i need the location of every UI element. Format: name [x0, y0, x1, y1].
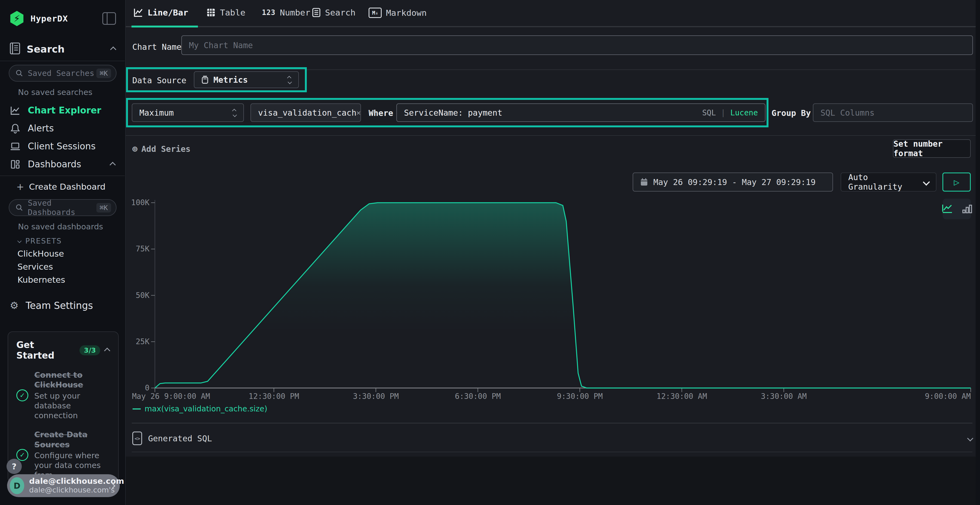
brand-name: HyperDX [30, 14, 68, 24]
avatar: D [10, 477, 24, 494]
sidebar-item-team-settings[interactable]: ⚙ Team Settings [10, 300, 93, 311]
number-123-icon: 123 [262, 8, 275, 17]
kbd-shortcut: ⌘K [96, 68, 111, 78]
kbd-shortcut: ⌘K [96, 203, 111, 213]
sidebar-item-client-sessions[interactable]: Client Sessions [10, 141, 95, 152]
get-started-badge: 3/3 [80, 345, 100, 355]
check-circle-icon: ✓ [16, 389, 28, 401]
line-chart-icon [134, 8, 143, 17]
preset-services[interactable]: Services [18, 262, 53, 272]
search-icon [15, 69, 24, 77]
sidebar-item-label: Alerts [28, 123, 54, 133]
calendar-icon [640, 178, 648, 186]
tab-number[interactable]: 123 Number [262, 8, 310, 17]
sidebar: ⚡ HyperDX Search Saved Searches ⌘K No sa… [0, 0, 126, 505]
scrollbar-track[interactable] [976, 0, 980, 505]
group-by-input[interactable]: SQL Columns [813, 103, 973, 122]
chevron-up-icon[interactable] [110, 46, 116, 53]
data-source-select[interactable]: Metrics [194, 71, 299, 88]
select-chevrons-icon [288, 76, 291, 84]
get-started-item[interactable]: ✓ Connect to ClickHouse Set up your data… [16, 370, 110, 420]
chart-plot[interactable] [148, 200, 976, 394]
no-saved-dashboards-note: No saved dashboards [18, 222, 103, 231]
group-by-label: Group By [772, 108, 811, 118]
get-started-item[interactable]: ✓ Create Data Sources Configure where yo… [16, 430, 110, 480]
tab-line-bar[interactable]: Line/Bar [134, 8, 188, 17]
where-label: Where [369, 108, 393, 118]
create-dashboard-button[interactable]: + Create Dashboard [16, 181, 106, 192]
add-series-button[interactable]: ⊕ Add Series [132, 144, 191, 154]
sidebar-collapse-icon[interactable] [102, 12, 116, 25]
get-started-card: Get Started 3/3 ✓ Connect to ClickHouse … [8, 332, 119, 483]
tabbar-divider [126, 26, 976, 27]
set-number-format-button[interactable]: Set number format [893, 139, 971, 158]
line-chart-icon [10, 106, 21, 115]
chevron-up-icon[interactable] [110, 162, 116, 168]
saved-searches-input[interactable]: Saved Searches ⌘K [9, 65, 116, 82]
get-started-title: Get Started [16, 340, 74, 361]
tab-table[interactable]: Table [206, 8, 245, 17]
check-circle-icon: ✓ [16, 449, 28, 461]
code-icon: <> [132, 432, 142, 445]
markdown-icon: M↓ [369, 8, 382, 18]
presets-header[interactable]: PRESETS [18, 237, 62, 245]
aggregation-select[interactable]: Maximum [132, 103, 244, 122]
data-source-label: Data Source [132, 76, 186, 85]
granularity-select[interactable]: Auto Granularity [841, 173, 937, 192]
divider [126, 135, 976, 136]
divider [126, 69, 976, 70]
chevron-down-icon [18, 239, 22, 243]
table-icon [206, 8, 216, 17]
dashboard-grid-icon [10, 159, 21, 169]
chart-name-label: Chart Name [132, 42, 181, 52]
sidebar-section-search[interactable]: Search [27, 43, 65, 55]
legend-swatch [132, 408, 141, 410]
search-section-icon [10, 43, 20, 56]
hyperdx-logo-icon[interactable]: ⚡ [9, 11, 24, 26]
help-button[interactable]: ? [6, 459, 22, 474]
plus-circle-icon: ⊕ [132, 144, 137, 154]
sidebar-item-label: Client Sessions [28, 141, 95, 152]
sidebar-item-alerts[interactable]: Alerts [10, 123, 54, 133]
sql-mode-toggle[interactable]: SQL [702, 108, 716, 117]
chevron-down-icon[interactable] [967, 435, 974, 441]
close-icon[interactable]: ✕ [356, 108, 361, 117]
preset-clickhouse[interactable]: ClickHouse [18, 249, 64, 259]
search-icon [15, 203, 24, 212]
where-input[interactable]: ServiceName: payment SQL | Lucene [396, 103, 765, 122]
database-icon [202, 75, 208, 84]
sidebar-item-chart-explorer[interactable]: Chart Explorer [10, 105, 101, 116]
tab-search[interactable]: Search [312, 8, 356, 17]
chevron-up-icon[interactable] [104, 348, 110, 354]
generated-sql-row[interactable]: <> Generated SQL [132, 432, 972, 445]
saved-searches-placeholder: Saved Searches [28, 68, 96, 78]
chart-legend[interactable]: max(visa_validation_cache.size) [132, 404, 267, 413]
plus-icon: + [16, 181, 24, 192]
saved-dashboards-placeholder: Saved Dashboards [28, 199, 96, 217]
run-query-button[interactable]: ▷ [942, 173, 971, 192]
active-tab-indicator [132, 25, 198, 27]
divider [132, 452, 972, 452]
preset-kubernetes[interactable]: Kubernetes [18, 275, 65, 284]
user-subtitle: dale@clickhouse.com's [29, 486, 111, 494]
bell-icon [10, 123, 21, 133]
chart-name-input[interactable]: My Chart Name [181, 35, 973, 55]
divider [132, 423, 972, 423]
lucene-mode-toggle[interactable]: Lucene [730, 108, 758, 117]
user-menu[interactable]: D dale@clickhouse.com dale@clickhouse.co… [7, 474, 120, 497]
page-background [126, 457, 980, 505]
saved-dashboards-input[interactable]: Saved Dashboards ⌘K [9, 199, 116, 216]
sidebar-item-label: Dashboards [28, 159, 81, 170]
date-range-picker[interactable]: May 26 09:29:19 - May 27 09:29:19 [633, 173, 833, 192]
y-axis-labels: 100K 75K 50K 25K 0 [124, 200, 151, 391]
document-list-icon [312, 8, 321, 17]
divider [0, 61, 125, 61]
metric-tag[interactable]: visa_validation_cach ✕ [250, 103, 361, 122]
select-chevrons-icon [233, 109, 236, 116]
sidebar-item-dashboards[interactable]: Dashboards [10, 159, 115, 170]
user-email: dale@clickhouse.com [29, 477, 111, 486]
laptop-icon [10, 142, 21, 151]
tab-markdown[interactable]: M↓ Markdown [369, 8, 426, 18]
play-icon: ▷ [954, 176, 959, 187]
series-area [155, 203, 971, 388]
